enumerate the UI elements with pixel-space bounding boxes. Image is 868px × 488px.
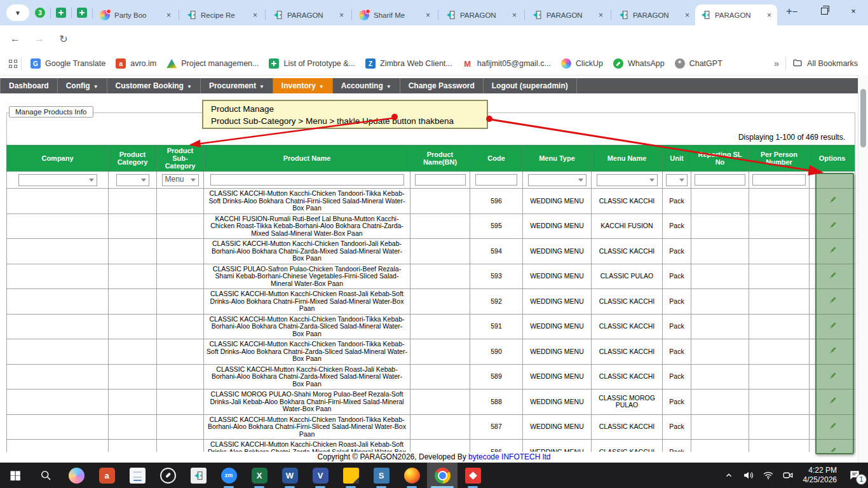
taskbar-whatsapp-icon[interactable] xyxy=(153,463,183,488)
taskbar-word-icon[interactable]: W xyxy=(275,463,305,488)
bookmark-item[interactable]: GGoogle Translate xyxy=(25,56,111,71)
notification-center-icon[interactable]: 1 xyxy=(845,467,864,484)
bookmark-item[interactable]: aavro.im xyxy=(111,56,161,71)
bookmark-item[interactable]: ClickUp xyxy=(556,56,608,71)
browser-tab[interactable]: PARAGON× xyxy=(527,4,609,25)
filter-select[interactable] xyxy=(666,174,688,186)
column-header[interactable]: Product Name(BN) xyxy=(410,146,470,172)
tab-close-icon[interactable]: × xyxy=(336,10,347,20)
forward-button[interactable]: → xyxy=(31,30,48,48)
tab-close-icon[interactable]: × xyxy=(423,10,433,20)
filter-select[interactable] xyxy=(528,174,587,186)
filter-input[interactable] xyxy=(695,174,745,186)
browser-tab[interactable]: PARAGON× xyxy=(613,4,695,25)
filter-input[interactable] xyxy=(475,174,517,186)
nav-item-inventory[interactable]: Inventory▼ xyxy=(273,78,333,93)
volume-icon[interactable] xyxy=(742,468,756,482)
reload-button[interactable]: ↻ xyxy=(55,30,72,48)
apps-grid-icon[interactable] xyxy=(9,60,17,68)
column-header[interactable]: Product Sub-Category xyxy=(157,146,204,172)
page-scrollbar[interactable] xyxy=(858,75,868,463)
filter-input[interactable] xyxy=(210,174,404,186)
back-button[interactable]: ← xyxy=(6,30,24,48)
nav-item-procurement[interactable]: Procurement▼ xyxy=(201,78,273,93)
filter-input[interactable] xyxy=(415,174,466,186)
wifi-icon[interactable] xyxy=(761,468,775,482)
nav-item-logout-superadmin[interactable]: Logout (superadmin) xyxy=(484,78,577,93)
all-bookmarks-button[interactable]: All Bookmarks xyxy=(786,58,868,70)
filter-select[interactable] xyxy=(18,174,97,186)
taskbar-firefox-icon[interactable] xyxy=(397,463,427,488)
browser-tab[interactable]: Sharif Me× xyxy=(354,4,436,25)
nav-item-change-password[interactable]: Change Password xyxy=(400,78,484,93)
taskbar-red-diamond-icon[interactable] xyxy=(458,463,488,488)
hidden-icons-chevron-icon[interactable] xyxy=(722,468,736,482)
column-header[interactable]: Menu Type xyxy=(523,146,592,172)
column-header[interactable]: Reporting SL No xyxy=(691,146,749,172)
table-header-row: CompanyProduct CategoryProduct Sub-Categ… xyxy=(7,146,855,172)
taskbar-zoom-app-icon[interactable]: zm xyxy=(214,463,244,488)
column-header[interactable]: Company xyxy=(7,146,109,172)
bookmarks-overflow-chevron[interactable]: » xyxy=(768,58,785,69)
restore-button[interactable] xyxy=(810,0,839,22)
tab-close-icon[interactable]: × xyxy=(163,10,174,20)
column-header[interactable]: Code xyxy=(470,146,523,172)
tab-close-icon[interactable]: × xyxy=(509,10,520,20)
tab-close-icon[interactable]: × xyxy=(250,10,261,20)
tab-close-icon[interactable]: × xyxy=(595,10,606,20)
bookmark-item[interactable]: Project managemen... xyxy=(161,56,264,71)
developer-link[interactable]: bytecode INFOTECH ltd xyxy=(468,452,550,461)
column-header[interactable]: Menu Name xyxy=(592,146,663,172)
drive-icon xyxy=(166,58,177,69)
filter-select[interactable] xyxy=(597,174,658,186)
pinned-tab[interactable] xyxy=(74,0,90,25)
filter-select[interactable] xyxy=(116,174,149,186)
browser-tab[interactable]: PARAGON× xyxy=(268,4,349,25)
taskbar-start-icon[interactable] xyxy=(0,463,31,488)
bookmark-item[interactable]: ZZimbra Web Client... xyxy=(360,56,458,71)
taskbar-copilot-icon[interactable] xyxy=(61,463,92,488)
meet-now-icon[interactable] xyxy=(781,468,795,482)
browser-tab[interactable]: Recipe Re× xyxy=(181,4,263,25)
scrollbar-thumb[interactable] xyxy=(860,89,866,147)
bookmark-item[interactable]: List of Prototype &... xyxy=(264,56,360,71)
taskbar-avro-keyboard-icon[interactable]: a xyxy=(92,463,122,488)
unit-cell: Pack xyxy=(663,264,691,289)
browser-tab[interactable]: Party Boo× xyxy=(95,4,177,25)
taskbar-sublime-icon[interactable]: S xyxy=(366,463,397,488)
taskbar-visio-icon[interactable]: V xyxy=(305,463,336,488)
column-header[interactable]: Product Category xyxy=(109,146,157,172)
bookmark-item[interactable]: WhatsApp xyxy=(608,56,670,71)
fieldset-legend: Manage Products Info xyxy=(9,106,93,118)
column-header[interactable]: Per Person Number xyxy=(749,146,810,172)
pinned-tab[interactable] xyxy=(53,0,69,25)
taskbar-clock[interactable]: 4:22 PM 4/25/2026 xyxy=(801,466,839,485)
column-header[interactable]: Options xyxy=(810,146,855,172)
browser-tab[interactable]: PARAGON× xyxy=(695,4,777,25)
column-header[interactable]: Unit xyxy=(663,146,691,172)
taskbar-search-icon[interactable] xyxy=(31,463,61,488)
column-header[interactable]: Product Name xyxy=(204,146,410,172)
bookmark-item[interactable]: *ChatGPT xyxy=(670,56,728,71)
taskbar-notepad-icon[interactable] xyxy=(122,463,153,488)
tab-close-icon[interactable]: × xyxy=(764,10,775,20)
browser-tab[interactable]: PARAGON× xyxy=(440,4,522,25)
nav-item-config[interactable]: Config▼ xyxy=(58,78,107,93)
taskbar-paragon-app-icon[interactable] xyxy=(183,463,214,488)
minimize-button[interactable]: – xyxy=(780,0,810,22)
nav-item-customer-booking[interactable]: Customer Booking▼ xyxy=(107,78,201,93)
taskbar-excel-icon[interactable]: X xyxy=(244,463,275,488)
bookmark-item[interactable]: Mhafijmit05@gmail.c... xyxy=(458,56,556,71)
nav-item-accounting[interactable]: Accounting▼ xyxy=(333,78,400,93)
close-button[interactable]: × xyxy=(839,0,868,22)
filter-input[interactable] xyxy=(752,174,806,186)
pinned-tab[interactable]: 3 xyxy=(32,0,48,25)
subcategory-cell xyxy=(157,289,204,315)
taskbar-chrome-icon[interactable] xyxy=(427,463,458,488)
nav-item-dashboard[interactable]: Dashboard xyxy=(0,78,58,93)
nav-item-label: Change Password xyxy=(409,81,475,90)
taskbar-sticky-notes-icon[interactable] xyxy=(336,463,366,488)
filter-select[interactable]: Menu xyxy=(162,174,199,186)
tab-close-icon[interactable]: × xyxy=(682,10,693,20)
tab-search-button[interactable]: ▼ xyxy=(6,4,29,21)
